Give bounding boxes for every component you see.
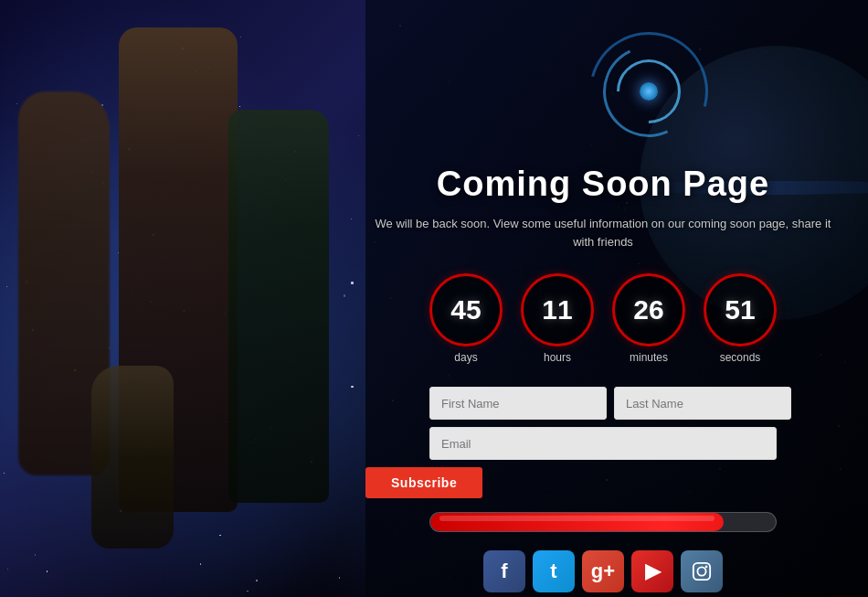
last-name-input[interactable] (614, 387, 791, 420)
logo-container (585, 27, 713, 155)
countdown-hours-circle: 11 (521, 273, 594, 346)
countdown-minutes-value: 26 (633, 294, 663, 325)
countdown-minutes-circle: 26 (612, 273, 685, 346)
social-row: f t g+ ▶ (365, 550, 841, 592)
page-subtitle: We will be back soon. View some useful i… (365, 215, 841, 251)
rocket-silhouette (91, 366, 174, 549)
progress-container (429, 512, 777, 532)
instagram-button[interactable] (681, 550, 723, 592)
youtube-button[interactable]: ▶ (631, 550, 673, 592)
countdown-hours: 11 hours (521, 273, 594, 364)
countdown-seconds-label: seconds (720, 351, 761, 364)
progress-bar-shine (439, 516, 715, 521)
name-row (429, 387, 777, 420)
svg-rect-0 (693, 563, 710, 580)
countdown-minutes-label: minutes (630, 351, 668, 364)
countdown-days-circle: 45 (429, 273, 503, 346)
countdown-days-value: 45 (450, 294, 481, 325)
subscribe-button[interactable]: Subscribe (365, 467, 482, 498)
progress-bar-inner (430, 513, 724, 531)
svg-point-1 (697, 567, 705, 575)
orbit-logo (585, 27, 713, 155)
twitter-button[interactable]: t (533, 550, 575, 592)
content-panel: Coming Soon Page We will be back soon. V… (365, 165, 841, 592)
countdown-hours-label: hours (544, 351, 571, 364)
subscription-form: Subscribe (365, 387, 841, 498)
email-input[interactable] (429, 427, 777, 460)
svg-point-2 (705, 566, 708, 569)
instagram-icon (692, 561, 712, 581)
gamora-silhouette (228, 110, 329, 503)
countdown-seconds-circle: 51 (704, 273, 777, 346)
countdown-days: 45 days (429, 273, 503, 364)
countdown-days-label: days (454, 351, 477, 364)
countdown-row: 45 days 11 hours 26 minutes 51 seconds (365, 273, 841, 364)
facebook-button[interactable]: f (483, 550, 525, 592)
page-title: Coming Soon Page (365, 165, 841, 204)
countdown-hours-value: 11 (542, 294, 572, 325)
progress-bar-outer (429, 512, 777, 532)
first-name-input[interactable] (429, 387, 607, 420)
countdown-seconds: 51 seconds (704, 273, 777, 364)
google-plus-button[interactable]: g+ (582, 550, 624, 592)
countdown-minutes: 26 minutes (612, 273, 685, 364)
characters-area (0, 0, 384, 597)
orbit-dot (640, 82, 658, 101)
countdown-seconds-value: 51 (725, 294, 755, 325)
